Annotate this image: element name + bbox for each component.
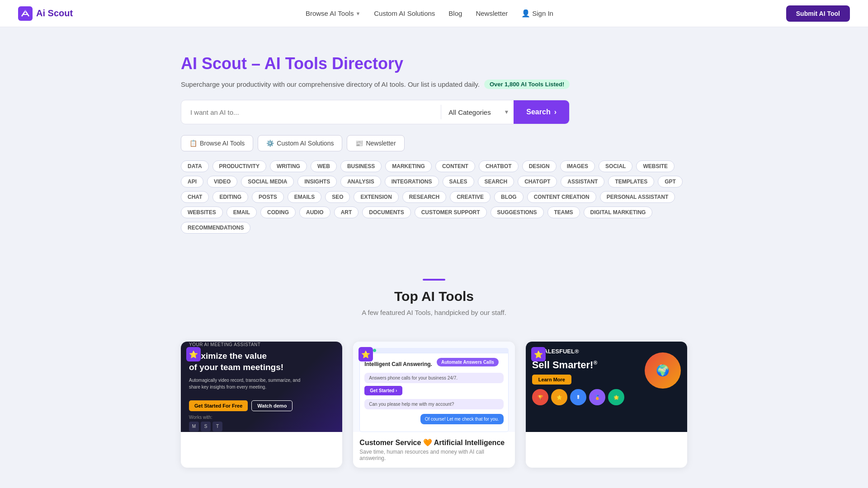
hero-subtitle: Supercharge your productivity with our c…	[181, 80, 687, 89]
tag-gpt[interactable]: GPT	[658, 176, 683, 188]
tag-content[interactable]: CONTENT	[435, 160, 475, 172]
card-2-star-badge: ⭐	[359, 347, 373, 361]
nav-sign-in[interactable]: 👤 Sign In	[521, 9, 553, 18]
tag-web[interactable]: WEB	[311, 160, 337, 172]
card-3-image: ⭐ ⬡ SALESFUEL® Sell Smarter!® Learn More…	[526, 342, 687, 432]
card-1-star-badge: ⭐	[186, 347, 201, 361]
tag-audio[interactable]: AUDIO	[299, 206, 330, 218]
tools-count-badge: Over 1,800 AI Tools Listed!	[484, 80, 570, 89]
cards-container: ⭐ Your AI Meeting Assistant Maximize the…	[163, 342, 705, 486]
tag-images[interactable]: IMAGES	[560, 160, 595, 172]
tag-emails[interactable]: EMAILS	[288, 191, 321, 203]
tag-integrations[interactable]: INTEGRATIONS	[385, 176, 439, 188]
award-icon-2: ⭐	[551, 389, 567, 405]
card-1-works-with-label: Works with:	[189, 415, 212, 420]
logo-icon	[18, 6, 33, 21]
tag-assistant[interactable]: ASSISTANT	[561, 176, 604, 188]
card-1-buttons: Get Started For Free Watch demo	[189, 400, 292, 411]
search-input[interactable]	[181, 108, 441, 116]
tag-websites[interactable]: WEBSITES	[181, 206, 223, 218]
logo-text: Ai Scout	[36, 8, 73, 19]
card-1-assistant-label: Your AI Meeting Assistant	[189, 342, 260, 347]
card-2-get-started-btn[interactable]: Get Started ›	[364, 386, 402, 395]
tag-personal-assistant[interactable]: PERSONAL ASSISTANT	[600, 191, 675, 203]
tag-website[interactable]: WEBSITE	[636, 160, 675, 172]
hero-section: AI Scout – AI Tools Directory Supercharg…	[163, 27, 705, 256]
card-2-chat-bubble-1: Can you please help me with my account?	[364, 399, 503, 409]
tag-social[interactable]: SOCIAL	[599, 160, 632, 172]
quick-browse-button[interactable]: 📋 Browse AI Tools	[181, 135, 253, 151]
works-icon-slack: S	[201, 422, 211, 432]
tag-social-media[interactable]: SOCIAL MEDIA	[241, 176, 294, 188]
tag-customer-support[interactable]: CUSTOMER SUPPORT	[415, 206, 487, 218]
tag-search[interactable]: SEARCH	[478, 176, 514, 188]
tag-extension[interactable]: EXTENSION	[354, 191, 398, 203]
nav-browse[interactable]: Browse AI Tools ▼	[306, 9, 360, 17]
tag-chat[interactable]: CHAT	[181, 191, 209, 203]
tag-editing[interactable]: EDITING	[212, 191, 248, 203]
tag-suggestions[interactable]: SUGGESTIONS	[491, 206, 544, 218]
tag-teams[interactable]: TEAMS	[547, 206, 580, 218]
tag-digital-marketing[interactable]: DIGITAL MARKETING	[584, 206, 653, 218]
card-2-phone-badge: Automate Answers Calls	[437, 358, 499, 366]
navbar: Ai Scout Browse AI Tools ▼ Custom AI Sol…	[0, 0, 868, 27]
tag-recommendations[interactable]: RECOMMENDATIONS	[181, 222, 250, 234]
svg-rect-0	[18, 6, 33, 21]
tag-documents[interactable]: DOCUMENTS	[362, 206, 410, 218]
card-2-chat-desc: Answers phone calls for your business 24…	[364, 373, 503, 383]
tag-art[interactable]: ART	[334, 206, 359, 218]
card-2-footer-heading: Customer Service 🧡 Artificial Intelligen…	[353, 432, 514, 449]
quick-nav: 📋 Browse AI Tools ⚙️ Custom AI Solutions…	[181, 135, 687, 151]
tag-blog[interactable]: BLOG	[494, 191, 524, 203]
tag-chatbot[interactable]: CHATBOT	[479, 160, 519, 172]
section-title: Top AI Tools	[9, 289, 859, 304]
card-1-secondary-button[interactable]: Watch demo	[251, 400, 292, 411]
tag-video[interactable]: VIDEO	[207, 176, 237, 188]
section-divider-line	[423, 279, 445, 281]
tag-seo[interactable]: SEO	[325, 191, 350, 203]
card-1-heading: Maximize the valueof your team meetings!	[189, 351, 283, 373]
tag-api[interactable]: API	[181, 176, 203, 188]
category-wrapper: All Categories Writing Marketing Design …	[441, 108, 514, 116]
nav-blog[interactable]: Blog	[448, 9, 462, 17]
tag-creative[interactable]: CREATIVE	[450, 191, 491, 203]
submit-tool-button[interactable]: Submit AI Tool	[786, 5, 850, 22]
tag-posts[interactable]: POSTS	[252, 191, 284, 203]
tag-chatgpt[interactable]: CHATGPT	[518, 176, 557, 188]
tag-marketing[interactable]: MARKETING	[385, 160, 432, 172]
quick-custom-ai-button[interactable]: ⚙️ Custom AI Solutions	[258, 135, 342, 151]
tag-analysis[interactable]: ANALYSIS	[340, 176, 381, 188]
card-2-browser-content: Intelligent Call Answering. Automate Ans…	[359, 353, 508, 432]
logo-link[interactable]: Ai Scout	[18, 6, 73, 21]
tags-container: DATAPRODUCTIVITYWRITINGWEBBUSINESSMARKET…	[181, 160, 687, 234]
tag-insights[interactable]: INSIGHTS	[297, 176, 337, 188]
card-3-star-badge: ⭐	[531, 347, 546, 361]
card-2-footer-sub: Save time, human resources and money wit…	[353, 449, 514, 468]
tag-data[interactable]: DATA	[181, 160, 209, 172]
tag-business[interactable]: BUSINESS	[340, 160, 382, 172]
card-1-desc: Automagically video record, transcribe, …	[189, 377, 300, 390]
card-meeting-assistant: ⭐ Your AI Meeting Assistant Maximize the…	[181, 342, 342, 468]
award-icon-1: 🏆	[532, 389, 548, 405]
tag-research[interactable]: RESEARCH	[402, 191, 446, 203]
tag-sales[interactable]: SALES	[443, 176, 474, 188]
tag-coding[interactable]: CODING	[260, 206, 296, 218]
card-3-learn-more-btn[interactable]: Learn More	[532, 375, 571, 385]
card-2-image: ⭐ Intelligent Call Answering. Automate A…	[353, 342, 514, 432]
browser-dot-green	[373, 349, 376, 352]
newsletter-icon: 📰	[355, 140, 363, 147]
category-select[interactable]: All Categories Writing Marketing Design …	[441, 108, 514, 116]
tag-writing[interactable]: WRITING	[270, 160, 307, 172]
tag-templates[interactable]: TEMPLATES	[608, 176, 654, 188]
search-button[interactable]: Search ›	[514, 100, 569, 124]
nav-newsletter[interactable]: Newsletter	[476, 9, 508, 17]
nav-custom-ai[interactable]: Custom AI Solutions	[374, 9, 435, 17]
tag-productivity[interactable]: PRODUCTIVITY	[212, 160, 266, 172]
quick-newsletter-button[interactable]: 📰 Newsletter	[347, 135, 404, 151]
tag-email[interactable]: EMAIL	[226, 206, 257, 218]
tag-design[interactable]: DESIGN	[522, 160, 557, 172]
card-1-primary-button[interactable]: Get Started For Free	[189, 400, 248, 411]
card-salesfuel: ⭐ ⬡ SALESFUEL® Sell Smarter!® Learn More…	[526, 342, 687, 468]
tag-content-creation[interactable]: CONTENT CREATION	[527, 191, 596, 203]
page-title: AI Scout – AI Tools Directory	[181, 54, 687, 73]
